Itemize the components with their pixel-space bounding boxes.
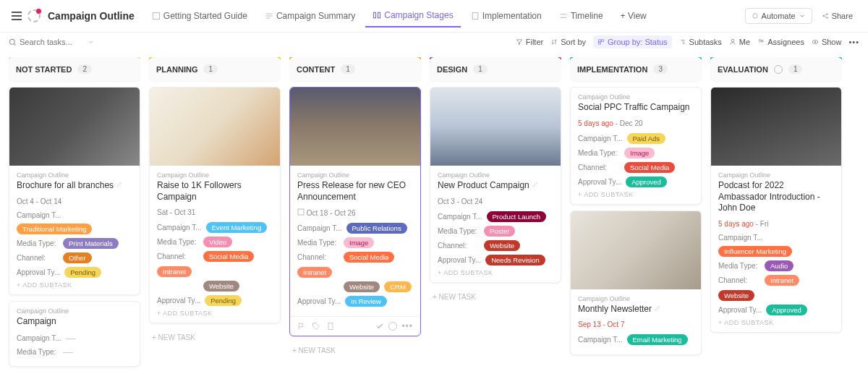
new-task-button[interactable]: + NEW TASK: [289, 342, 421, 359]
tag[interactable]: In Review: [345, 296, 387, 307]
add-subtask-button[interactable]: + ADD SUBTASK: [17, 281, 132, 289]
tag-icon[interactable]: [312, 322, 320, 331]
tag[interactable]: Image: [624, 148, 655, 158]
subtask-icon: [679, 38, 686, 46]
tab-timeline[interactable]: Timeline: [552, 5, 610, 27]
tag[interactable]: Website: [484, 240, 520, 251]
share-icon: [822, 12, 829, 20]
tag[interactable]: Traditional Marketing: [17, 224, 92, 234]
tag[interactable]: Product Launch: [487, 211, 547, 222]
me-button[interactable]: Me: [729, 38, 750, 46]
tag[interactable]: Pending: [64, 267, 101, 278]
show-button[interactable]: Show: [812, 38, 842, 46]
task-card[interactable]: Campaign Outline Monthly Newsletter Sep …: [570, 211, 702, 356]
add-subtask-button[interactable]: + ADD SUBTASK: [578, 191, 694, 198]
task-card[interactable]: Campaign Outline Campaign Campaign T...—…: [9, 301, 140, 367]
tag[interactable]: Intranet: [297, 267, 332, 278]
tag[interactable]: Website: [203, 281, 239, 292]
svg-line-14: [824, 17, 827, 18]
menu-icon[interactable]: [9, 9, 25, 23]
tag[interactable]: Audio: [765, 260, 793, 271]
tab-label: Campaign Stages: [384, 10, 453, 20]
tag[interactable]: Poster: [484, 226, 515, 237]
svg-rect-25: [298, 209, 304, 215]
people-icon: [757, 38, 765, 46]
tab-add-view[interactable]: + View: [613, 5, 654, 27]
tag[interactable]: Public Relations: [346, 223, 407, 234]
tag[interactable]: Approved: [766, 305, 807, 315]
mobile-icon[interactable]: [326, 322, 335, 331]
more-icon[interactable]: •••: [848, 38, 859, 46]
tag[interactable]: Event Marketing: [206, 222, 268, 233]
chevron-down-icon[interactable]: [88, 38, 95, 46]
group-button[interactable]: Group by: Status: [593, 35, 672, 48]
add-subtask-button[interactable]: + ADD SUBTASK: [438, 269, 553, 276]
task-card[interactable]: Campaign Outline Brochure for all branch…: [9, 87, 140, 295]
tag[interactable]: Email Marketing: [627, 334, 688, 345]
new-task-button[interactable]: + NEW TASK: [430, 289, 561, 305]
tag[interactable]: Print Materials: [63, 238, 119, 249]
tag[interactable]: Approved: [626, 177, 667, 187]
column-header[interactable]: PLANNING1: [149, 57, 281, 81]
svg-rect-17: [598, 40, 600, 42]
tag[interactable]: Paid Ads: [627, 133, 666, 144]
column-planning: PLANNING1 Campaign Outline Raise to 1K F…: [149, 57, 281, 373]
column-header[interactable]: CONTENT1: [289, 57, 421, 81]
svg-point-9: [752, 14, 757, 18]
tag[interactable]: Intranet: [157, 266, 192, 277]
check-icon[interactable]: [375, 322, 384, 331]
status-circle[interactable]: [388, 322, 397, 331]
empty-value[interactable]: —: [63, 347, 73, 357]
tag[interactable]: Intranet: [765, 275, 799, 286]
search-input-wrap[interactable]: [9, 38, 95, 46]
tag[interactable]: Needs Revision: [485, 255, 545, 265]
edit-icon[interactable]: [654, 305, 661, 312]
tag[interactable]: Other: [63, 252, 92, 263]
tag[interactable]: CRM: [384, 281, 412, 292]
task-card[interactable]: Campaign Outline New Product Campaign Oc…: [430, 87, 561, 283]
breadcrumb: Campaign Outline: [17, 307, 132, 315]
edit-icon[interactable]: [116, 181, 123, 188]
search-input[interactable]: [20, 38, 85, 46]
app-icon[interactable]: [27, 9, 41, 22]
edit-icon[interactable]: [532, 181, 539, 188]
tag[interactable]: Website: [344, 281, 380, 292]
tag[interactable]: Website: [718, 290, 754, 301]
column-header[interactable]: EVALUATION1: [710, 57, 842, 81]
assignees-button[interactable]: Assignees: [757, 38, 804, 46]
new-task-button[interactable]: + NEW TASK: [149, 329, 281, 346]
tab-implementation[interactable]: Implementation: [464, 5, 549, 27]
add-subtask-button[interactable]: + ADD SUBTASK: [157, 310, 273, 317]
tag[interactable]: Image: [344, 237, 374, 248]
share-button[interactable]: Share: [815, 8, 859, 24]
check-circle-icon: [774, 65, 783, 74]
column-header[interactable]: NOT STARTED2: [9, 57, 140, 81]
tag[interactable]: Video: [203, 237, 232, 247]
tab-getting-started[interactable]: Getting Started Guide: [145, 5, 255, 27]
tag[interactable]: Social Media: [624, 162, 675, 173]
tag[interactable]: Social Media: [203, 251, 254, 262]
task-card[interactable]: Campaign Outline Podcast for 2022 Ambass…: [710, 87, 842, 333]
tab-campaign-summary[interactable]: Campaign Summary: [258, 5, 362, 27]
sort-button[interactable]: Sort by: [550, 38, 586, 46]
add-subtask-button[interactable]: + ADD SUBTASK: [718, 319, 834, 326]
task-card[interactable]: Campaign Outline Raise to 1K Followers C…: [149, 87, 281, 323]
empty-value[interactable]: —: [66, 333, 76, 343]
automate-button[interactable]: Automate: [745, 8, 812, 24]
card-title: Social PPC Traffic Campaign: [578, 102, 694, 114]
more-icon[interactable]: •••: [401, 321, 413, 331]
flag-icon[interactable]: [297, 322, 306, 331]
tag[interactable]: Pending: [205, 295, 242, 306]
tab-campaign-stages[interactable]: Campaign Stages: [365, 4, 460, 27]
column-header[interactable]: IMPLEMENTATION3: [570, 57, 702, 81]
filter-button[interactable]: Filter: [516, 38, 543, 46]
subtasks-button[interactable]: Subtasks: [679, 38, 722, 46]
task-card[interactable]: Campaign Outline Social PPC Traffic Camp…: [570, 87, 702, 205]
card-image: [430, 88, 561, 166]
count-badge: 1: [341, 64, 355, 74]
tag[interactable]: Influencer Marketing: [718, 246, 792, 257]
column-header[interactable]: DESIGN1: [430, 57, 561, 81]
tag[interactable]: Social Media: [344, 252, 394, 263]
svg-point-24: [814, 41, 816, 43]
task-card[interactable]: Campaign Outline Press Release for new C…: [289, 87, 421, 336]
